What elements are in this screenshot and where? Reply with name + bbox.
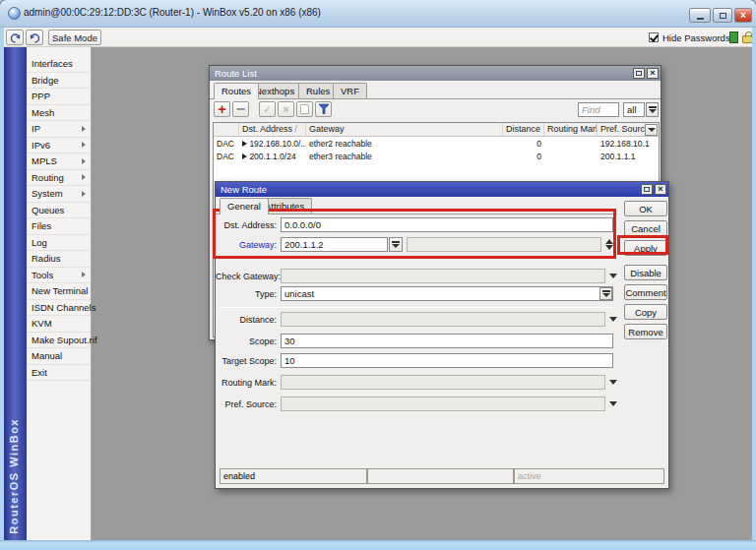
tab-routes[interactable]: Routes: [214, 83, 259, 99]
filter-scope-select[interactable]: all: [623, 102, 645, 117]
close-icon: ×: [740, 11, 746, 21]
chevron-down-icon: [602, 293, 610, 297]
close-button[interactable]: ×: [734, 8, 752, 23]
scope-input[interactable]: 30: [281, 334, 613, 348]
maximize-icon: [644, 187, 650, 192]
type-dropdown-button[interactable]: [599, 287, 612, 300]
window-border-bottom: [0, 540, 756, 550]
sidebar-item-system[interactable]: System: [27, 186, 91, 203]
dst-address-input[interactable]: 0.0.0.0/0: [281, 217, 613, 232]
route-gateway: ether2 reachable: [306, 139, 503, 149]
close-icon: ×: [658, 185, 662, 194]
sidebar-item-queues[interactable]: Queues: [27, 203, 91, 219]
sidebar-item-ppp[interactable]: PPP: [27, 89, 91, 105]
sidebar-item-manual[interactable]: Manual: [27, 348, 91, 365]
window-border-left: [0, 28, 4, 540]
pref-source-select[interactable]: [281, 397, 605, 411]
target-scope-input[interactable]: 10: [281, 353, 613, 368]
chevron-down-icon[interactable]: [609, 380, 617, 385]
connection-status-indicator: [729, 31, 738, 43]
sidebar-item-isdn-channels[interactable]: ISDN Channels: [27, 300, 91, 317]
undo-button[interactable]: [6, 30, 24, 45]
filter-scope-dropdown-button[interactable]: [646, 102, 659, 117]
table-row[interactable]: DAC 192.168.10.0/... ether2 reachable 0 …: [214, 137, 659, 150]
sidebar-item-mpls[interactable]: MPLS: [27, 153, 91, 170]
dst-address-label: Dst. Address:: [216, 220, 277, 230]
submenu-arrow-icon: [82, 142, 86, 148]
redo-button[interactable]: [26, 30, 43, 45]
sidebar-item-make-supout[interactable]: Make Supout.rif: [27, 333, 91, 349]
table-row[interactable]: DAC 200.1.1.0/24 ether3 reachable 0 200.…: [214, 150, 659, 162]
column-header-flags[interactable]: [214, 123, 239, 136]
minus-icon: −: [236, 100, 245, 118]
column-selector-button[interactable]: [645, 124, 658, 136]
route-list-titlebar[interactable]: Route List ×: [210, 66, 661, 81]
sidebar-item-log[interactable]: Log: [27, 235, 91, 252]
new-route-close-button[interactable]: ×: [655, 184, 666, 195]
gateway-dropdown-button[interactable]: [389, 237, 403, 252]
redo-icon: [29, 31, 41, 44]
column-header-routing-mark[interactable]: Routing Mark: [544, 123, 598, 136]
check-gateway-select[interactable]: [281, 269, 605, 283]
sidebar-item-radius[interactable]: Radius: [27, 251, 91, 268]
route-distance: 0: [503, 152, 544, 161]
comment-route-button[interactable]: [296, 101, 313, 117]
column-header-gateway[interactable]: Gateway: [306, 123, 503, 136]
safe-mode-button[interactable]: Safe Mode: [48, 30, 101, 45]
route-list-maximize-button[interactable]: [633, 68, 645, 79]
apply-button[interactable]: Apply: [624, 240, 667, 256]
column-header-distance[interactable]: Distance: [503, 123, 544, 136]
minimize-button[interactable]: [689, 8, 711, 23]
gateway-input[interactable]: 200.1.1.2: [281, 237, 388, 252]
close-icon: ×: [650, 69, 655, 78]
copy-button[interactable]: Copy: [624, 304, 667, 320]
down-arrow-icon: [605, 245, 613, 250]
find-input[interactable]: Find: [578, 102, 619, 117]
tab-vrf[interactable]: VRF: [333, 83, 367, 98]
gateway-interface-field[interactable]: [407, 237, 601, 252]
sidebar-item-ip[interactable]: IP: [27, 121, 91, 138]
remove-route-button[interactable]: −: [232, 101, 249, 117]
sidebar-item-routing[interactable]: Routing: [27, 170, 91, 187]
chevron-down-icon[interactable]: [609, 401, 617, 406]
sidebar-item-ipv6[interactable]: IPv6: [27, 138, 91, 154]
sidebar-item-kvm[interactable]: KVM: [27, 316, 91, 333]
type-select[interactable]: unicast: [281, 286, 613, 301]
column-header-dst-address[interactable]: Dst. Address /: [239, 123, 306, 136]
type-label: Type:: [216, 289, 277, 299]
filter-button[interactable]: [315, 101, 332, 117]
tab-general[interactable]: General: [220, 198, 269, 214]
new-route-titlebar[interactable]: New Route ×: [216, 182, 668, 197]
sidebar-item-bridge[interactable]: Bridge: [27, 73, 91, 90]
cancel-button[interactable]: Cancel: [624, 220, 667, 236]
disable-button[interactable]: Disable: [624, 265, 667, 280]
enable-route-button[interactable]: ✓: [259, 101, 276, 117]
submenu-arrow-icon: [82, 272, 86, 277]
sidebar-item-new-terminal[interactable]: New Terminal: [27, 283, 91, 300]
sort-indicator: /: [295, 124, 298, 134]
sidebar-item-tools[interactable]: Tools: [27, 268, 91, 284]
maximize-button[interactable]: [713, 8, 732, 23]
ok-button[interactable]: OK: [624, 201, 667, 216]
chevron-down-icon[interactable]: [609, 274, 617, 278]
disable-route-button[interactable]: ×: [278, 101, 294, 117]
target-scope-label: Target Scope:: [216, 356, 277, 366]
sidebar-item-exit[interactable]: Exit: [27, 365, 91, 382]
add-route-button[interactable]: +: [214, 101, 230, 117]
brand-strip: RouterOS WinBox: [4, 47, 27, 540]
sidebar-item-interfaces[interactable]: Interfaces: [27, 56, 91, 73]
chevron-down-icon[interactable]: [609, 317, 617, 322]
tab-divider: [216, 214, 617, 214]
routing-mark-select[interactable]: [281, 375, 605, 390]
new-route-maximize-button[interactable]: [641, 184, 653, 195]
gateway-add-remove-spinner[interactable]: [605, 239, 613, 250]
remove-button[interactable]: Remove: [624, 324, 667, 339]
sidebar-item-files[interactable]: Files: [27, 218, 91, 235]
route-flag-icon: [242, 141, 247, 147]
sidebar-item-mesh[interactable]: Mesh: [27, 105, 91, 122]
distance-select[interactable]: [281, 312, 605, 327]
route-list-close-button[interactable]: ×: [647, 68, 659, 79]
comment-button[interactable]: Comment: [624, 284, 667, 300]
undo-icon: [9, 31, 22, 44]
hide-passwords-checkbox[interactable]: [649, 32, 659, 42]
